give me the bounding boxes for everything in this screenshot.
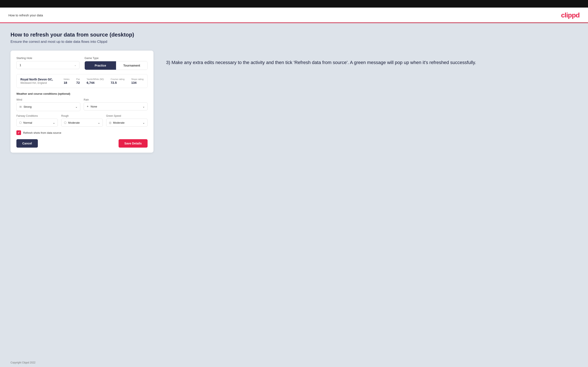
rough-select[interactable]: Moderate ⌄ [61,119,103,127]
rain-label: Rain [84,98,147,101]
slope-rating-label: Slope rating [131,78,144,80]
save-details-button[interactable]: Save Details [119,139,148,148]
starting-hole-select[interactable]: 1 ⌄ [16,61,79,69]
rough-group: Rough Moderate ⌄ [61,114,103,127]
wind-select-inner: Strong [19,105,32,109]
practice-button[interactable]: Practice [85,61,116,70]
yards-value: 6,744 [86,81,95,84]
fairway-value: Normal [23,121,32,124]
rain-select-inner: None [86,105,97,108]
par-label: Par [76,78,80,80]
rain-chevron-icon: ⌄ [143,105,145,108]
wind-icon [19,105,22,109]
yards-label: Yards/White (M)) [86,78,104,80]
rough-label: Rough [61,114,103,117]
starting-hole-gametype-row: Starting Hole 1 ⌄ Game Type Practice Tou… [16,57,147,70]
yards-stat: Yards/White (M)) 6,744 [86,78,104,84]
conditions-heading: Weather and course conditions (optional) [16,92,147,95]
fairway-label: Fairway Conditions [16,114,58,117]
green-speed-select-inner: Moderate [109,121,125,124]
footer: Copyright Clippd 2022 [0,358,588,367]
course-info: Royal North Devon GC, Westward Ho!, Engl… [20,78,64,84]
starting-hole-value: 1 [19,63,21,67]
course-rating-stat: Course rating 72.5 [111,78,124,84]
header-title: How to refresh your data [9,13,43,17]
fairway-icon [19,121,22,124]
footer-text: Copyright Clippd 2022 [10,361,35,364]
green-speed-select[interactable]: Moderate ⌄ [106,119,147,127]
game-type-group: Game Type Practice Tournament [85,57,147,70]
instruction-text: 3) Make any extra edits necessary to the… [166,59,578,66]
wind-chevron-icon: ⌄ [75,105,78,108]
holes-label: Holes [64,78,69,80]
logo: clippd [561,11,579,19]
course-location: Westward Ho!, England [20,82,64,84]
rain-group: Rain None ⌄ [84,98,147,111]
fairway-rough-green-row: Fairway Conditions Normal ⌄ Rough [16,114,147,127]
fairway-select[interactable]: Normal ⌄ [16,119,58,127]
refresh-checkbox-label: Refresh shots from data source [23,131,61,134]
rough-icon [64,121,66,124]
green-speed-group: Green Speed Moderate ⌄ [106,114,147,127]
rough-chevron-icon: ⌄ [98,121,100,124]
rain-value: None [91,105,97,108]
starting-hole-label: Starting Hole [16,57,79,60]
green-speed-label: Green Speed [106,114,147,117]
green-speed-chevron-icon: ⌄ [143,121,145,124]
holes-value: 18 [64,81,67,84]
course-card: Royal North Devon GC, Westward Ho!, Engl… [16,74,147,88]
par-stat: Par 72 [76,78,80,84]
par-value: 72 [76,81,80,84]
starting-hole-group: Starting Hole 1 ⌄ [16,57,79,70]
course-rating-value: 72.5 [111,81,117,84]
page-subheading: Ensure the correct and most up to date d… [10,40,578,44]
content-row: Starting Hole 1 ⌄ Game Type Practice Tou… [10,50,578,153]
tournament-button[interactable]: Tournament [116,61,147,70]
refresh-checkbox[interactable]: ✓ [16,130,21,135]
fairway-group: Fairway Conditions Normal ⌄ [16,114,58,127]
rough-select-inner: Moderate [64,121,80,124]
wind-group: Wind Strong ⌄ [16,98,80,111]
rain-icon [86,105,89,108]
wind-rain-row: Wind Strong ⌄ Rain [16,98,147,111]
rough-value: Moderate [68,121,80,124]
game-type-toggle: Practice Tournament [85,61,147,70]
course-stats: Holes 18 Par 72 Yards/White (M)) 6,744 [64,78,144,84]
slope-rating-value: 134 [131,81,137,84]
course-name: Royal North Devon GC, [20,78,64,81]
course-rating-label: Course rating [111,78,124,80]
game-type-label: Game Type [85,57,147,60]
page-heading: How to refresh your data from source (de… [10,32,578,38]
cancel-button[interactable]: Cancel [16,139,38,148]
holes-stat: Holes 18 [64,78,69,84]
rain-select[interactable]: None ⌄ [84,102,147,110]
refresh-checkbox-row: ✓ Refresh shots from data source [16,130,147,135]
instruction-panel: 3) Make any extra edits necessary to the… [166,50,578,66]
wind-value: Strong [24,105,32,108]
wind-label: Wind [16,98,80,101]
fairway-chevron-icon: ⌄ [53,121,55,124]
slope-rating-stat: Slope rating 134 [131,78,144,84]
page-header: How to refresh your data clippd [0,8,588,23]
wind-select[interactable]: Strong ⌄ [16,102,80,111]
checkmark-icon: ✓ [17,131,20,134]
fairway-select-inner: Normal [19,121,32,124]
green-speed-value: Moderate [113,121,125,124]
green-speed-icon [109,121,112,124]
main-content: How to refresh your data from source (de… [0,23,588,358]
form-actions: Cancel Save Details [16,139,147,148]
form-panel: Starting Hole 1 ⌄ Game Type Practice Tou… [10,50,154,153]
starting-hole-chevron-icon: ⌄ [74,64,76,67]
